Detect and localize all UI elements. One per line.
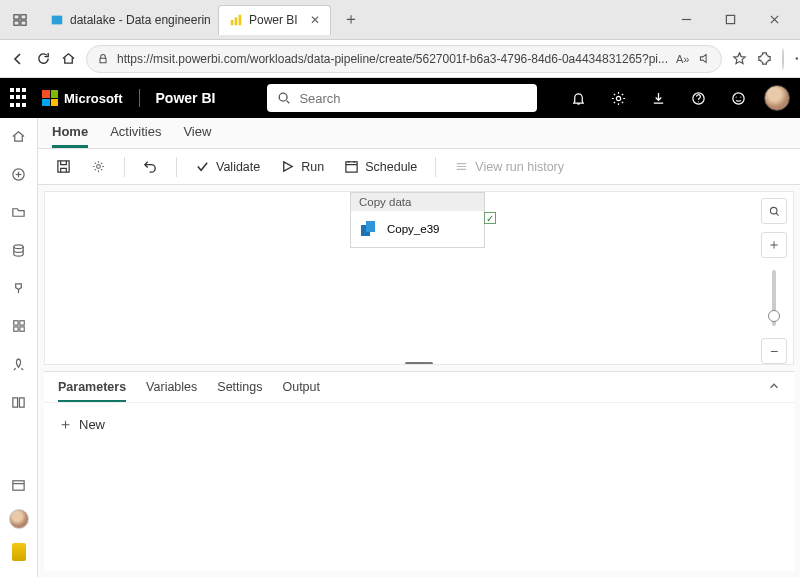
svg-rect-4 — [52, 15, 63, 24]
svg-line-17 — [287, 101, 290, 104]
browser-tab[interactable]: Power BI ✕ — [218, 5, 331, 35]
svg-rect-32 — [13, 480, 24, 489]
close-icon[interactable]: ✕ — [304, 13, 320, 27]
svg-rect-6 — [235, 17, 238, 25]
content-area: Home Activities View Validate Run Schedu… — [38, 118, 800, 577]
audio-icon[interactable] — [698, 52, 711, 65]
svg-point-21 — [732, 92, 743, 103]
search-icon — [277, 91, 291, 105]
nav-workspaces-icon[interactable] — [9, 475, 29, 495]
plus-icon: ＋ — [58, 415, 73, 434]
window-minimize-button[interactable] — [668, 6, 704, 34]
panel-resize-handle[interactable] — [405, 362, 433, 365]
validate-button[interactable]: Validate — [189, 155, 266, 178]
svg-rect-0 — [14, 14, 19, 18]
tab-overview-icon[interactable] — [8, 8, 32, 32]
view-run-history-button[interactable]: View run history — [448, 155, 570, 178]
nav-powerbi-icon[interactable] — [12, 543, 26, 561]
tab-view[interactable]: View — [183, 124, 211, 148]
nav-datahub-icon[interactable] — [9, 240, 29, 260]
svg-rect-5 — [231, 20, 234, 25]
zoom-out-button[interactable]: − — [761, 338, 787, 364]
user-avatar[interactable] — [764, 85, 790, 111]
download-button[interactable] — [644, 84, 672, 112]
svg-point-35 — [97, 165, 101, 169]
tab-activities[interactable]: Activities — [110, 124, 161, 148]
tab-home[interactable]: Home — [52, 124, 88, 148]
schedule-button[interactable]: Schedule — [338, 155, 423, 178]
canvas-search-button[interactable] — [761, 198, 787, 224]
settings-button[interactable] — [604, 84, 632, 112]
reader-mode-badge[interactable]: A» — [676, 53, 689, 65]
new-parameter-button[interactable]: ＋ New — [58, 415, 780, 434]
copy-data-icon — [359, 219, 379, 239]
svg-rect-1 — [21, 14, 26, 18]
nav-browse-icon[interactable] — [9, 202, 29, 222]
nav-deploy-icon[interactable] — [9, 354, 29, 374]
browser-titlebar: datalake - Data engineering ✕ Power BI ✕… — [0, 0, 800, 40]
pipeline-canvas[interactable]: Copy data Copy_e39 ✓ ＋ − — [44, 191, 794, 365]
microsoft-label: Microsoft — [64, 91, 123, 106]
tab-output[interactable]: Output — [282, 380, 320, 402]
nav-create-icon[interactable] — [9, 164, 29, 184]
favicon-datalake — [50, 13, 64, 27]
bottom-panel: Parameters Variables Settings Output ＋ N… — [44, 371, 794, 571]
notifications-button[interactable] — [564, 84, 592, 112]
microsoft-logo-icon — [42, 90, 58, 106]
svg-point-16 — [280, 93, 288, 101]
svg-rect-2 — [14, 20, 19, 24]
microsoft-logo: Microsoft — [42, 90, 123, 106]
feedback-button[interactable] — [724, 84, 752, 112]
zoom-in-button[interactable]: ＋ — [761, 232, 787, 258]
window-close-button[interactable] — [756, 6, 792, 34]
window-maximize-button[interactable] — [712, 6, 748, 34]
home-button[interactable] — [61, 47, 76, 71]
activity-node-copy-data[interactable]: Copy data Copy_e39 ✓ — [350, 192, 485, 248]
zoom-slider[interactable] — [772, 270, 776, 326]
nav-apps-icon[interactable] — [9, 316, 29, 336]
tab-variables[interactable]: Variables — [146, 380, 197, 402]
run-button[interactable]: Run — [274, 155, 330, 178]
svg-rect-9 — [726, 15, 734, 23]
new-tab-button[interactable]: ＋ — [339, 8, 363, 32]
svg-point-22 — [735, 96, 736, 97]
undo-button[interactable] — [137, 155, 164, 178]
settings-gear-button[interactable] — [85, 155, 112, 178]
page-tabs: Home Activities View — [38, 118, 800, 149]
bottom-panel-tabs: Parameters Variables Settings Output — [44, 372, 794, 403]
tab-settings[interactable]: Settings — [217, 380, 262, 402]
tab-parameters[interactable]: Parameters — [58, 380, 126, 402]
svg-point-23 — [740, 96, 741, 97]
browser-menu-button[interactable] — [794, 47, 801, 71]
search-input[interactable] — [299, 91, 527, 106]
svg-point-13 — [795, 57, 797, 59]
favicon-powerbi — [229, 13, 243, 27]
svg-rect-29 — [19, 321, 23, 325]
svg-rect-36 — [346, 162, 357, 172]
nav-home-icon[interactable] — [9, 126, 29, 146]
nav-learn-icon[interactable] — [9, 392, 29, 412]
nav-avatar[interactable] — [9, 509, 29, 529]
help-button[interactable] — [684, 84, 712, 112]
refresh-button[interactable] — [36, 47, 51, 71]
toolbar: Validate Run Schedule View run history — [38, 149, 800, 185]
browser-tab-label: Power BI — [249, 13, 298, 27]
svg-point-27 — [14, 244, 23, 248]
back-button[interactable] — [10, 47, 26, 71]
nav-metrics-icon[interactable] — [9, 278, 29, 298]
browser-tab[interactable]: datalake - Data engineering ✕ — [40, 5, 210, 35]
favorite-button[interactable] — [732, 47, 747, 71]
svg-rect-28 — [13, 321, 17, 325]
activity-node-title: Copy data — [351, 193, 484, 211]
global-search[interactable] — [267, 84, 537, 112]
svg-rect-7 — [239, 15, 242, 26]
svg-point-20 — [697, 101, 698, 102]
save-button[interactable] — [50, 155, 77, 178]
svg-point-18 — [616, 96, 620, 100]
url-field[interactable]: https://msit.powerbi.com/workloads/data-… — [86, 45, 722, 73]
extensions-button[interactable] — [757, 47, 772, 71]
app-launcher-button[interactable] — [10, 88, 30, 108]
svg-line-43 — [776, 213, 778, 215]
browser-profile-avatar[interactable] — [782, 48, 784, 70]
collapse-panel-button[interactable] — [768, 380, 780, 402]
